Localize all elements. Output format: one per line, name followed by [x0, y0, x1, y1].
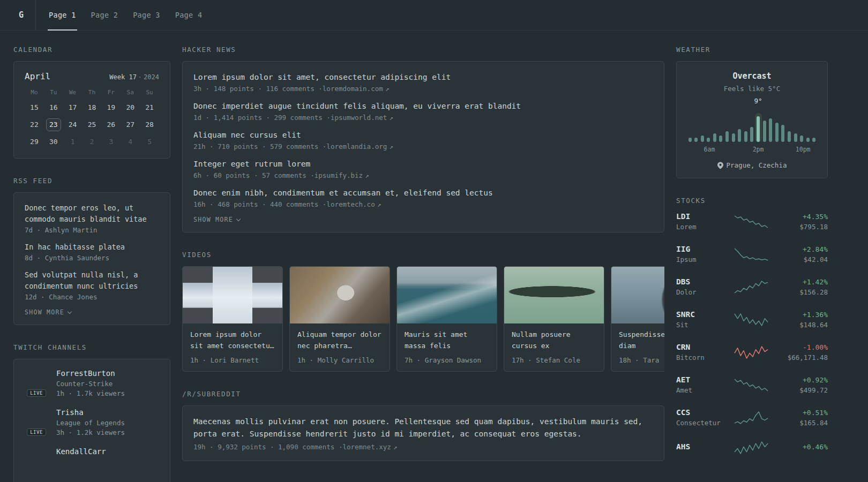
rss-item-link[interactable]: Sed volutpat nulla nisl, a condimentum n… [25, 269, 159, 292]
story-domain-link[interactable]: ipsumworld.net↗ [331, 114, 393, 122]
video-card[interactable]: Mauris sit amet massa felis 7h · Grayson… [396, 266, 497, 372]
stock-change: +0.51% [779, 409, 828, 417]
show-more-button[interactable]: SHOW MORE [193, 216, 653, 223]
stock-ticker: LDI [676, 212, 723, 221]
video-title: Lorem ipsum dolor sit amet consectetu… [183, 323, 282, 351]
external-link-icon: ↗ [377, 200, 381, 208]
tab-page-3[interactable]: Page 3 [125, 0, 168, 30]
stock-sparkline [723, 441, 779, 455]
video-title: Aliquam tempor dolor nec pharetra… [290, 323, 390, 351]
reddit-domain-link[interactable]: loremnet.xyz↗ [342, 443, 397, 451]
calendar-day-selected: 23 [46, 118, 61, 131]
weather-condition: Overcast [687, 71, 817, 81]
story-meta-text: 6h · 60 points · 57 comments · [193, 171, 315, 179]
show-more-button[interactable]: SHOW MORE [25, 308, 159, 316]
story-title-link[interactable]: Donec imperdiet augue tincidunt felis al… [193, 100, 653, 112]
twitch-channel[interactable]: LIVE ForrestBurton Counter-Strike 1h · 1… [25, 369, 159, 397]
calendar-day: 24 [65, 118, 80, 131]
story-title-link[interactable]: Aliquam nec cursus elit [193, 129, 653, 141]
stock-row[interactable]: SNRCSit +1.36%$148.64 [676, 310, 828, 329]
section-title-twitch: TWITCH CHANNELS [13, 343, 170, 351]
weather-bar [731, 133, 736, 142]
twitch-channel-game: League of Legends [56, 419, 125, 427]
twitch-channel[interactable]: LIVE Trisha League of Legends 3h · 1.2k … [25, 408, 159, 436]
avatar-wrap [25, 447, 48, 473]
weather-location-text: Prague, Czechia [727, 161, 787, 169]
stocks-widget: STOCKS LDILorem +4.35%$795.18 IIGIpsum +… [676, 197, 828, 455]
video-meta: 1h · Molly Carrillo [290, 351, 390, 371]
story-meta-text: 1d · 1,414 points · 299 comments · [193, 114, 331, 122]
rss-item-meta: 12d · Chance Jones [25, 293, 159, 301]
story-domain-link[interactable]: loremtech.co↗ [326, 200, 381, 208]
weather-current-temp: 9° [754, 97, 762, 105]
video-card[interactable]: Nullam posuere cursus ex 17h · Stefan Co… [504, 266, 604, 372]
stock-row[interactable]: AHS +0.46% [676, 441, 828, 455]
weather-bar-chart [687, 108, 817, 142]
stock-change: +1.36% [779, 311, 828, 319]
calendar-day-next-month: 5 [142, 135, 157, 148]
calendar-day-next-month: 3 [103, 135, 118, 148]
calendar-dow: Fr [101, 89, 121, 97]
section-title-hackernews: HACKER NEWS [182, 46, 664, 54]
stock-name: Ipsum [676, 255, 723, 263]
weather-bar [687, 138, 692, 142]
video-card[interactable]: Lorem ipsum dolor sit amet consectetu… 1… [182, 266, 283, 372]
section-title-stocks: STOCKS [676, 197, 828, 205]
stock-row[interactable]: AETAmet +0.92%$499.72 [676, 375, 828, 394]
rss-item-link[interactable]: In hac habitasse platea [25, 242, 159, 253]
story-title-link[interactable]: Integer eget rutrum lorem [193, 158, 653, 170]
story-domain-link[interactable]: loremlandia.org↗ [326, 142, 393, 150]
video-card[interactable]: Aliquam tempor dolor nec pharetra… 1h · … [289, 266, 390, 372]
stock-row[interactable]: DBSDolor +1.42%$156.28 [676, 277, 828, 296]
weather-bar [787, 131, 792, 142]
stocks-list: LDILorem +4.35%$795.18 IIGIpsum +2.84%$4… [676, 212, 828, 455]
rss-item: Sed volutpat nulla nisl, a condimentum n… [25, 269, 159, 301]
stock-ticker: CRN [676, 343, 723, 351]
external-link-icon: ↗ [385, 85, 390, 93]
tab-page-1[interactable]: Page 1 [41, 0, 84, 30]
tab-page-2[interactable]: Page 2 [84, 0, 126, 30]
stock-price: $795.18 [779, 223, 828, 231]
calendar-day: 27 [123, 118, 138, 131]
twitch-channel-info: ForrestBurton Counter-Strike 1h · 1.7k v… [56, 369, 125, 397]
stock-change: +2.84% [779, 245, 828, 253]
live-badge: LIVE [27, 428, 46, 436]
rss-item-link[interactable]: Donec tempor eros leo, ut commodo mauris… [25, 202, 159, 225]
stock-row[interactable]: CCSConsectetur +0.51%$165.84 [676, 408, 828, 427]
stock-row[interactable]: CRNBitcorn -1.00%$66,171.48 [676, 343, 828, 362]
stock-name: Sit [676, 321, 723, 329]
story-domain-link[interactable]: loremdomain.com↗ [323, 85, 389, 93]
weather-bar [799, 135, 804, 142]
app-logo[interactable]: G [13, 0, 35, 30]
stock-row[interactable]: LDILorem +4.35%$795.18 [676, 212, 828, 231]
show-more-label: SHOW MORE [193, 216, 233, 223]
story-title-link[interactable]: Donec enim nibh, condimentum et accumsan… [193, 187, 653, 199]
external-link-icon: ↗ [389, 114, 393, 122]
weather-bar [737, 129, 742, 142]
dashboard-content: CALENDAR April Week 17·2024 Mo Tu We Th … [0, 31, 868, 482]
stock-row[interactable]: IIGIpsum +2.84%$42.04 [676, 245, 828, 263]
tab-page-4[interactable]: Page 4 [168, 0, 210, 30]
video-card[interactable]: Suspendisse diam 18h · Tara [611, 266, 664, 372]
videos-widget: VIDEOS Lorem ipsum dolor sit amet consec… [182, 251, 664, 372]
time-label-2pm: 2pm [753, 146, 764, 153]
stock-sparkline [723, 247, 779, 261]
calendar-day: 29 [27, 135, 42, 148]
reddit-post-title-link[interactable]: Maecenas mollis pulvinar erat non posuer… [193, 416, 653, 440]
stock-ticker: DBS [676, 277, 723, 286]
section-title-weather: WEATHER [676, 46, 828, 54]
calendar-dow: We [63, 89, 83, 97]
weather-feels-like: Feels like 5°C [687, 85, 817, 93]
weather-bar [719, 135, 723, 142]
story-title-link[interactable]: Lorem ipsum dolor sit amet, consectetur … [193, 71, 653, 83]
show-more-label: SHOW MORE [25, 308, 64, 316]
twitch-widget: TWITCH CHANNELS LIVE ForrestBurton Count… [13, 343, 170, 482]
story-meta: 6h · 60 points · 57 comments · ipsumify.… [193, 171, 653, 179]
twitch-channel[interactable]: KendallCarr [25, 447, 159, 473]
video-row: Lorem ipsum dolor sit amet consectetu… 1… [182, 266, 664, 372]
stock-sparkline [723, 215, 779, 229]
twitch-channel-info: KendallCarr [56, 447, 106, 473]
story-meta: 1d · 1,414 points · 299 comments · ipsum… [193, 114, 653, 122]
story-domain-link[interactable]: ipsumify.biz↗ [315, 171, 369, 179]
stock-sparkline [723, 378, 779, 392]
